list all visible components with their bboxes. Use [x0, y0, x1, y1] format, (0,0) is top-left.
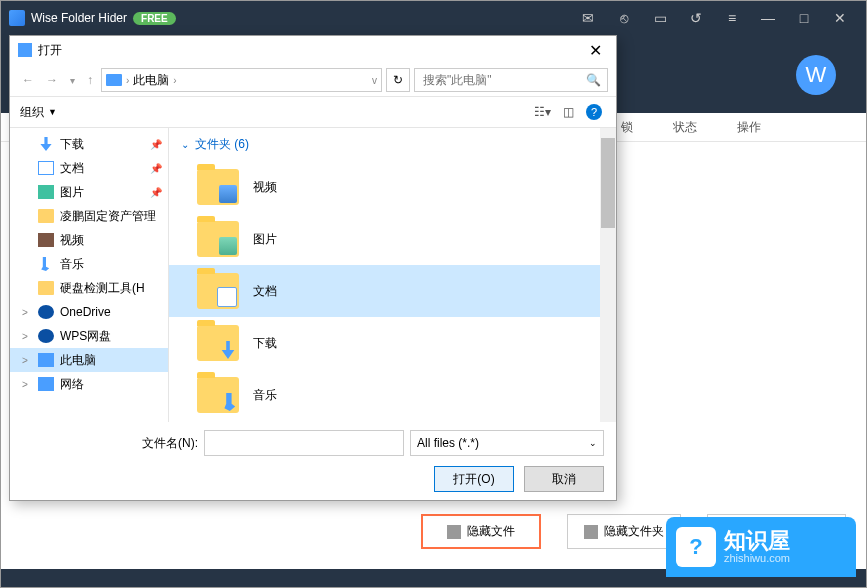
folder-icon: [197, 169, 239, 205]
folder-icon: [197, 325, 239, 361]
dialog-close-button[interactable]: ✕: [583, 41, 608, 60]
hide-folder-button[interactable]: 隐藏文件夹: [567, 514, 681, 549]
tree-item[interactable]: 音乐: [10, 252, 168, 276]
folder-label: 文档: [253, 283, 277, 300]
menu-icon[interactable]: ≡: [714, 1, 750, 35]
open-button[interactable]: 打开(O): [434, 466, 514, 492]
filename-input[interactable]: [204, 430, 404, 456]
search-icon: 🔍: [586, 73, 601, 87]
organize-label: 组织: [20, 104, 44, 121]
chevron-right-icon: >: [22, 307, 32, 318]
refresh-button[interactable]: ↻: [386, 68, 410, 92]
avatar[interactable]: W: [796, 55, 836, 95]
nav-recent-button[interactable]: ▾: [66, 75, 79, 86]
search-input[interactable]: 🔍: [414, 68, 608, 92]
folder-icon: [197, 377, 239, 413]
breadcrumb[interactable]: › 此电脑 › v: [101, 68, 382, 92]
group-label: 文件夹 (6): [195, 136, 249, 153]
tree-item-label: OneDrive: [60, 305, 111, 319]
filename-label: 文件名(N):: [142, 435, 198, 452]
watermark: ? 知识屋 zhishiwu.com: [666, 517, 856, 577]
open-button-label: 打开(O): [453, 471, 494, 488]
tree-item-label: 下载: [60, 136, 84, 153]
tree-item-label: 凌鹏固定资产管理: [60, 208, 156, 225]
folder-item[interactable]: 图片: [169, 213, 616, 265]
breadcrumb-label: 此电脑: [133, 72, 169, 89]
dialog-title: 打开: [38, 42, 62, 59]
view-options-button[interactable]: ☷▾: [530, 101, 554, 123]
tree-item[interactable]: 视频: [10, 228, 168, 252]
organize-button[interactable]: 组织 ▼: [20, 104, 57, 121]
minimize-button[interactable]: —: [750, 1, 786, 35]
hide-folder-label: 隐藏文件夹: [604, 523, 664, 540]
nav-up-button[interactable]: ↑: [83, 73, 97, 87]
pin-icon: 📌: [150, 139, 162, 150]
tree-item[interactable]: >此电脑: [10, 348, 168, 372]
chevron-right-icon: ›: [126, 75, 129, 86]
nav-tree[interactable]: 下载📌文档📌图片📌凌鹏固定资产管理视频音乐硬盘检测工具(H>OneDrive>W…: [10, 128, 169, 422]
folder-item[interactable]: 视频: [169, 161, 616, 213]
dialog-titlebar: 打开 ✕: [10, 36, 616, 64]
folder-icon: [197, 221, 239, 257]
gift-icon[interactable]: ⎋: [606, 1, 642, 35]
dl-icon: [38, 137, 54, 151]
scrollbar[interactable]: [600, 128, 616, 422]
chevron-down-icon[interactable]: v: [372, 75, 377, 86]
tree-item[interactable]: >OneDrive: [10, 300, 168, 324]
pin-icon: 📌: [150, 163, 162, 174]
dialog-icon: [18, 43, 32, 57]
chevron-down-icon: ⌄: [589, 438, 597, 448]
nav-back-button[interactable]: ←: [18, 73, 38, 87]
settings-icon[interactable]: ↺: [678, 1, 714, 35]
hide-file-button[interactable]: 隐藏文件: [421, 514, 541, 549]
mus-icon: [38, 257, 54, 271]
tree-item-label: 此电脑: [60, 352, 96, 369]
feedback-icon[interactable]: ▭: [642, 1, 678, 35]
watermark-name: 知识屋: [724, 530, 790, 552]
tree-item-label: 图片: [60, 184, 84, 201]
tree-item[interactable]: 凌鹏固定资产管理: [10, 204, 168, 228]
cancel-button-label: 取消: [552, 471, 576, 488]
chevron-right-icon: >: [22, 331, 32, 342]
folder-icon: [38, 209, 54, 223]
chevron-down-icon: ▼: [48, 107, 57, 117]
folder-item[interactable]: 文档: [169, 265, 616, 317]
watermark-icon: ?: [676, 527, 716, 567]
group-header[interactable]: ⌄ 文件夹 (6): [169, 128, 616, 161]
content-pane[interactable]: ⌄ 文件夹 (6) 视频图片文档下载音乐: [169, 128, 616, 422]
folder-icon: [38, 281, 54, 295]
tree-item[interactable]: 文档📌: [10, 156, 168, 180]
tree-item-label: 硬盘检测工具(H: [60, 280, 145, 297]
nav-forward-button[interactable]: →: [42, 73, 62, 87]
pin-icon: 📌: [150, 187, 162, 198]
tree-item[interactable]: >网络: [10, 372, 168, 396]
tree-item-label: 网络: [60, 376, 84, 393]
hide-file-label: 隐藏文件: [467, 523, 515, 540]
maximize-button[interactable]: □: [786, 1, 822, 35]
folder-label: 图片: [253, 231, 277, 248]
tree-item-label: WPS网盘: [60, 328, 111, 345]
dialog-footer: 文件名(N): All files (*.*) ⌄ 打开(O) 取消: [10, 422, 616, 500]
mail-icon[interactable]: ✉: [570, 1, 606, 35]
cloud-icon: [38, 305, 54, 319]
preview-pane-button[interactable]: ◫: [556, 101, 580, 123]
help-button[interactable]: ?: [582, 101, 606, 123]
chevron-right-icon: ›: [173, 75, 176, 86]
open-dialog: 打开 ✕ ← → ▾ ↑ › 此电脑 › v ↻ 🔍 组织: [9, 35, 617, 501]
watermark-url: zhishiwu.com: [724, 552, 790, 564]
close-button[interactable]: ✕: [822, 1, 858, 35]
tree-item[interactable]: 下载📌: [10, 132, 168, 156]
tree-item[interactable]: 图片📌: [10, 180, 168, 204]
folder-item[interactable]: 下载: [169, 317, 616, 369]
folder-label: 视频: [253, 179, 277, 196]
doc-icon: [38, 161, 54, 175]
folder-item[interactable]: 音乐: [169, 369, 616, 421]
col-lock: 锁: [621, 119, 633, 136]
chevron-right-icon: >: [22, 355, 32, 366]
col-operation: 操作: [737, 119, 761, 136]
search-field[interactable]: [421, 72, 580, 88]
tree-item[interactable]: 硬盘检测工具(H: [10, 276, 168, 300]
filetype-filter[interactable]: All files (*.*) ⌄: [410, 430, 604, 456]
cancel-button[interactable]: 取消: [524, 466, 604, 492]
tree-item[interactable]: >WPS网盘: [10, 324, 168, 348]
